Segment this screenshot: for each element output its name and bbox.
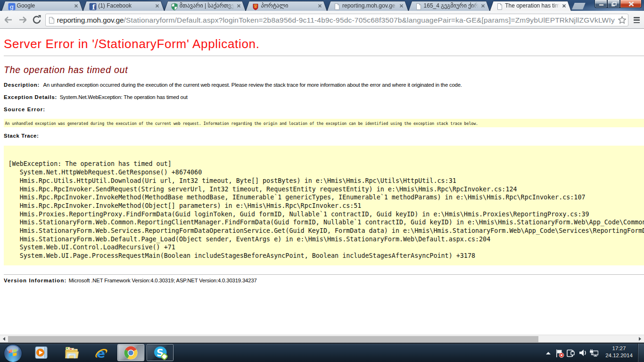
minimize-button[interactable] bbox=[594, 0, 607, 8]
windows-media-player-icon[interactable] bbox=[34, 346, 49, 360]
restore-button[interactable] bbox=[607, 0, 620, 8]
scroll-right-arrow-icon[interactable] bbox=[637, 337, 642, 341]
menu-button[interactable] bbox=[631, 13, 642, 26]
tab-content: g Google bbox=[1, 1, 83, 11]
clock-date: 24.12.2014 bbox=[605, 352, 633, 359]
tab-165-4[interactable]: 165_4 გეგმიური ქირ bbox=[408, 1, 490, 11]
stack-trace-text: [WebException: The operation has timed o… bbox=[8, 160, 644, 260]
window-controls bbox=[594, 0, 642, 8]
tab-content: reporting.moh.gov.ge bbox=[327, 1, 409, 11]
stack-trace-line: Stack Trace: bbox=[4, 133, 39, 139]
tab-title: (1) Facebook bbox=[98, 1, 153, 11]
screen: g Google f (1) Facebook bbox=[0, 0, 644, 362]
scroll-left-arrow-icon[interactable] bbox=[2, 337, 7, 341]
tab-content: 165_4 გეგმიური ქირ bbox=[408, 1, 490, 11]
address-bar[interactable]: reporting.moh.gov.ge/Stationaryform/Defa… bbox=[45, 14, 628, 26]
description-text: An unhandled exception occurred during t… bbox=[43, 82, 462, 88]
exception-label: Exception Details: bbox=[4, 94, 57, 100]
error-subtitle: The operation has timed out bbox=[4, 66, 128, 75]
horizontal-scrollbar[interactable] bbox=[0, 335, 644, 342]
volume-icon[interactable] bbox=[579, 349, 587, 357]
browser-toolbar: reporting.moh.gov.ge/Stationaryform/Defa… bbox=[0, 11, 644, 29]
forward-button[interactable] bbox=[17, 11, 28, 29]
source-error-label: Source Error: bbox=[4, 107, 45, 112]
menu-bar bbox=[634, 17, 640, 18]
page-favicon bbox=[333, 3, 341, 10]
url-path: /Stationaryform/Default.aspx?loginToken=… bbox=[124, 16, 614, 24]
tab-content: f (1) Facebook bbox=[83, 1, 165, 11]
tab-close-icon[interactable] bbox=[562, 4, 566, 8]
version-line: Version Information:Microsoft .NET Frame… bbox=[4, 278, 257, 283]
georgian-flag-favicon bbox=[252, 3, 259, 10]
tab-title: Google bbox=[17, 1, 72, 11]
skype-taskbar-button[interactable]: S bbox=[147, 344, 173, 361]
chrome-taskbar-button[interactable] bbox=[117, 344, 144, 361]
source-error-text: An unhandled exception was generated dur… bbox=[5, 121, 478, 126]
page-title: Server Error in '/StationaryForm' Applic… bbox=[4, 38, 260, 50]
bookmark-star-icon[interactable] bbox=[618, 16, 627, 25]
google-favicon: g bbox=[8, 3, 16, 10]
exception-text: System.Net.WebException: The operation h… bbox=[60, 94, 188, 100]
version-label: Version Information: bbox=[4, 278, 66, 283]
tab-close-icon[interactable] bbox=[318, 4, 322, 8]
tab-facebook[interactable]: f (1) Facebook bbox=[83, 1, 165, 11]
start-button[interactable] bbox=[4, 344, 22, 362]
url-domain: reporting.moh.gov.ge bbox=[57, 16, 124, 24]
tab-portal[interactable]: პორტალი bbox=[245, 1, 327, 11]
stack-trace-label: Stack Trace: bbox=[4, 133, 39, 139]
scrollbar-thumb[interactable] bbox=[8, 336, 538, 342]
exception-line: Exception Details:System.Net.WebExceptio… bbox=[4, 95, 188, 100]
tab-content: The operation has tim bbox=[489, 1, 571, 11]
windows-explorer-icon[interactable] bbox=[64, 346, 79, 360]
error-page: Server Error in '/StationaryForm' Applic… bbox=[0, 29, 644, 335]
taskbar-clock[interactable]: 17:27 24.12.2014 bbox=[605, 345, 633, 361]
reload-button[interactable] bbox=[31, 11, 42, 29]
tab-close-icon[interactable] bbox=[481, 4, 485, 8]
tab-content: მთავარი | საქართვე bbox=[164, 1, 246, 11]
page-icon[interactable] bbox=[49, 16, 55, 24]
tab-title: პორტალი bbox=[261, 1, 315, 11]
svg-text:f: f bbox=[92, 3, 96, 11]
close-button[interactable] bbox=[620, 0, 642, 8]
tab-title: reporting.moh.gov.ge bbox=[342, 1, 397, 11]
svg-text:g: g bbox=[9, 3, 13, 10]
source-error-line: Source Error: bbox=[4, 107, 45, 112]
back-button[interactable] bbox=[3, 11, 14, 29]
tab-content: პორტალი bbox=[245, 1, 327, 11]
divider bbox=[4, 274, 644, 275]
internet-explorer-icon[interactable]: e bbox=[93, 346, 108, 361]
tab-title: 165_4 გეგმიური ქირ bbox=[424, 1, 479, 11]
description-line: Description:An unhandled exception occur… bbox=[4, 82, 462, 88]
show-desktop-button[interactable] bbox=[637, 344, 644, 362]
facebook-favicon: f bbox=[89, 3, 97, 10]
tab-title: მთავარი | საქართვე bbox=[180, 1, 234, 11]
tab-moh-home[interactable]: მთავარი | საქართვე bbox=[164, 1, 246, 11]
tab-close-icon[interactable] bbox=[155, 4, 159, 8]
description-label: Description: bbox=[4, 82, 40, 88]
tab-google[interactable]: g Google bbox=[1, 1, 83, 11]
tab-close-icon[interactable] bbox=[74, 4, 78, 8]
hidden-icons-arrow-icon[interactable] bbox=[545, 352, 551, 355]
browser-titlebar: g Google f (1) Facebook bbox=[0, 0, 644, 11]
page-favicon bbox=[496, 3, 504, 10]
menu-bar bbox=[634, 22, 640, 24]
page-favicon bbox=[415, 3, 422, 10]
menu-bar bbox=[634, 19, 640, 21]
url-text: reporting.moh.gov.ge/Stationaryform/Defa… bbox=[57, 14, 616, 26]
shield-favicon bbox=[171, 3, 178, 10]
taskbar: e S bbox=[0, 344, 644, 362]
tab-reporting[interactable]: reporting.moh.gov.ge bbox=[327, 1, 409, 11]
clock-time: 17:27 bbox=[605, 345, 633, 352]
tab-title: The operation has tim bbox=[505, 1, 560, 11]
power-plug-icon[interactable] bbox=[567, 349, 575, 358]
divider bbox=[4, 56, 644, 56]
tab-operation-timed-out[interactable]: The operation has tim bbox=[489, 1, 571, 11]
network-icon[interactable] bbox=[589, 349, 598, 357]
action-center-flag-icon[interactable] bbox=[556, 349, 564, 358]
tab-close-icon[interactable] bbox=[237, 4, 241, 8]
tab-close-icon[interactable] bbox=[399, 4, 404, 8]
version-text: Microsoft .NET Framework Version:4.0.303… bbox=[69, 278, 257, 283]
